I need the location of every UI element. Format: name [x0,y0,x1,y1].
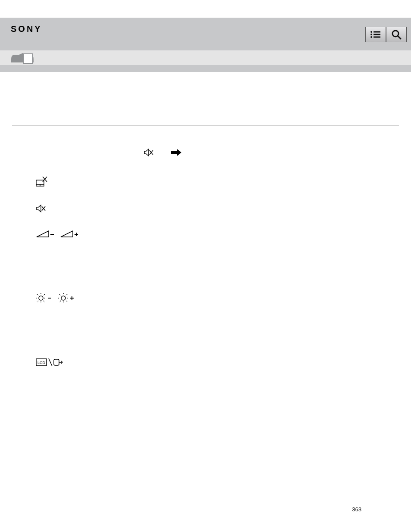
svg-rect-45 [54,359,59,365]
svg-rect-5 [374,37,380,38]
top-margin [0,0,411,18]
svg-point-4 [371,36,372,38]
row-3 [12,203,399,215]
brightness-up-icon [58,293,75,305]
svg-point-31 [61,296,65,300]
svg-line-7 [398,36,401,39]
header-bar: SONY [0,18,411,72]
page-number: 363 [352,506,361,513]
row-6: LCD [12,358,399,369]
svg-line-38 [66,294,67,296]
svg-line-37 [66,301,67,302]
volume-down-icon [36,230,55,240]
divider [12,125,399,126]
spacer [12,72,399,125]
svg-point-21 [39,296,43,300]
row-4-icons [36,230,399,240]
row-5-icons [36,293,399,305]
svg-rect-1 [374,31,380,33]
svg-line-36 [59,294,61,296]
row-5 [12,293,399,305]
lcd-output-toggle-icon: LCD [36,358,65,369]
row-2 [12,177,399,190]
header-top-band: SONY [0,18,411,50]
spacer [12,332,399,349]
menu-list-button[interactable] [365,27,386,42]
spacer [12,267,399,284]
svg-line-39 [59,301,61,302]
row-4 [12,230,399,240]
svg-line-29 [37,301,38,302]
brand-logo: SONY [11,24,42,34]
header-lower-grey [0,65,411,72]
svg-rect-3 [374,34,380,35]
spacer [12,314,399,332]
search-icon [391,29,402,40]
svg-text:LCD: LCD [37,361,46,365]
touchpad-off-icon [36,177,48,190]
menu-list-icon [370,31,381,38]
manual-tab-icon [9,50,36,67]
svg-point-0 [371,31,372,33]
spacer [12,250,399,267]
content-area: LCD [0,72,411,369]
header-light-band [0,50,411,65]
svg-rect-8 [23,54,33,63]
page: SONY [0,0,411,532]
mute-speaker-icon [36,203,46,215]
svg-line-44 [49,358,52,366]
row-1 [12,147,399,159]
svg-point-2 [371,34,372,35]
volume-up-icon [60,230,79,240]
mute-speaker-icon [143,147,154,159]
svg-line-27 [44,301,45,302]
brightness-down-icon [36,293,53,305]
header-buttons [365,27,407,42]
arrow-right-icon [171,149,181,158]
svg-line-26 [37,294,38,296]
row-1-icons [143,147,399,159]
search-button[interactable] [386,27,407,42]
svg-line-28 [44,294,45,296]
